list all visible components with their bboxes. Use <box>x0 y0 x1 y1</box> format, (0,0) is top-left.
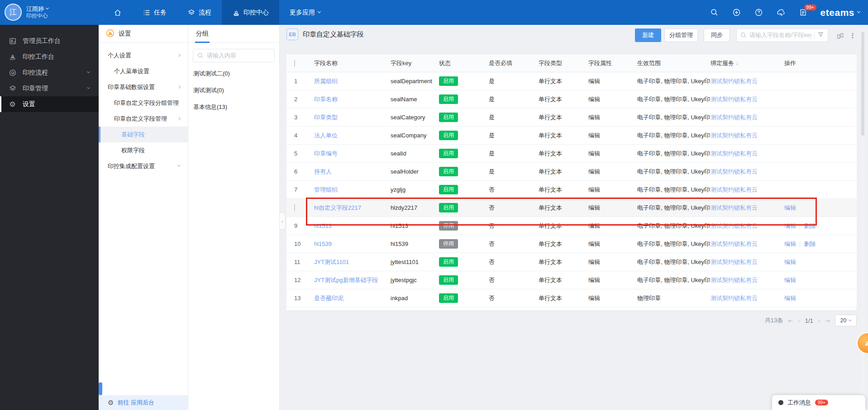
first-page-icon[interactable]: ⇤ <box>788 317 793 324</box>
next-page-icon[interactable]: › <box>818 317 820 324</box>
seal-flow-icon <box>8 68 17 77</box>
nav-item-印控中心[interactable]: 印控中心 <box>222 0 279 25</box>
table-row[interactable]: 10hl1539hl1539停用否单行文本编辑电子印章, 物理印章, Ukey印… <box>286 235 857 253</box>
goto-app-backend[interactable]: ⚙ 前往 应用后台 <box>99 395 188 410</box>
field-name-link[interactable]: 法人单位 <box>314 132 338 139</box>
help-circle-icon[interactable] <box>754 8 764 18</box>
table-row[interactable]: 5印章编号sealId启用是单行文本编辑电子印章, 物理印章, Ukey印章测试… <box>286 145 857 163</box>
edit-link[interactable]: 编辑 <box>784 259 796 265</box>
nav-item-home[interactable] <box>103 0 132 25</box>
select-all-checkbox[interactable] <box>294 60 295 66</box>
service-link[interactable]: 测试契约锁私有云 <box>711 259 758 265</box>
settings-menu-item-印章基础数据设置[interactable]: 印章基础数据设置 <box>99 79 188 95</box>
service-link[interactable]: 测试契约锁私有云 <box>711 204 758 211</box>
service-link[interactable]: 测试契约锁私有云 <box>711 78 758 85</box>
more-actions-icon[interactable]: ⋮ <box>848 31 857 40</box>
field-name-link[interactable]: hl1539 <box>314 240 332 247</box>
nav-item-任务[interactable]: 任务 <box>132 0 177 25</box>
tab-group[interactable]: 分组 <box>196 25 209 43</box>
group-search-input[interactable]: 请输入内容 <box>193 49 275 62</box>
service-link[interactable]: 测试契约锁私有云 <box>711 96 758 103</box>
field-name-link[interactable]: 是否蘸印泥 <box>314 295 343 302</box>
service-link[interactable]: 测试契约锁私有云 <box>711 168 758 175</box>
user-block[interactable]: 江 江雨婷 印控中心 <box>5 4 48 21</box>
table-row[interactable]: 11JYT测试1101jyttest1101启用否单行文本编辑电子印章, 物理印… <box>286 253 857 271</box>
service-link[interactable]: 测试契约锁私有云 <box>711 114 758 121</box>
field-search-input[interactable]: 请输入字段名称/字段key <box>736 28 828 42</box>
table-row[interactable]: 6持有人sealHolder启用是单行文本编辑电子印章, 物理印章, Ukey印… <box>286 163 857 181</box>
delete-link[interactable]: 删除 <box>804 222 816 229</box>
message-doc-icon[interactable]: 99+ <box>798 8 808 18</box>
service-link[interactable]: 测试契约锁私有云 <box>711 295 758 302</box>
field-name-link[interactable]: 印章名称 <box>314 96 338 103</box>
table-row[interactable]: hl自定义字段2217hlzdy2217启用否单行文本编辑电子印章, 物理印章,… <box>286 199 857 217</box>
field-name-link[interactable]: JYT测试1101 <box>314 259 349 265</box>
sidebar-item-印控流程[interactable]: 印控流程 <box>0 65 99 80</box>
group-item-测试测试(0)[interactable]: 测试测试(0) <box>188 82 279 99</box>
avatar[interactable]: 江 <box>5 4 22 21</box>
group-item-测试测试二(0)[interactable]: 测试测试二(0) <box>188 65 279 82</box>
sidebar-item-印控工作台[interactable]: 印控工作台 <box>0 49 99 65</box>
settings-panel-scrollbar[interactable] <box>99 382 102 395</box>
table-row[interactable]: 13是否蘸印泥inkpad启用否单行文本编辑物理印章测试契约锁私有云编辑 <box>286 289 857 307</box>
table-row[interactable]: 7管理组织yzgljg启用否单行文本编辑电子印章, 物理印章, Ukey印章测试… <box>286 181 857 199</box>
last-page-icon[interactable]: ⇥ <box>825 317 830 324</box>
nav-item-更多应用[interactable]: 更多应用 <box>279 0 331 25</box>
type-cell: 单行文本 <box>539 294 588 302</box>
column-settings-icon[interactable] <box>835 31 844 40</box>
settings-menu-item-印控集成配置设置[interactable]: 印控集成配置设置 <box>99 158 188 174</box>
edit-link[interactable]: 编辑 <box>784 240 796 247</box>
settings-menu-item-权限字段[interactable]: 权限字段 <box>99 142 188 158</box>
service-link[interactable]: 测试契约锁私有云 <box>711 222 758 229</box>
nav-item-流程[interactable]: 流程 <box>177 0 222 25</box>
edit-link[interactable]: 编辑 <box>784 295 796 302</box>
field-name-link[interactable]: 印章编号 <box>314 150 338 157</box>
table-row[interactable]: 3印章类型sealCategory启用是单行文本编辑电子印章, 物理印章, Uk… <box>286 108 857 127</box>
search-icon[interactable] <box>710 8 720 18</box>
edit-link[interactable]: 编辑 <box>784 204 796 211</box>
cloud-sync-icon[interactable] <box>776 8 786 18</box>
table-row[interactable]: 12JYT测试pg新增基础字段jyttestpgjc启用否单行文本编辑电子印章,… <box>286 271 857 289</box>
prev-page-icon[interactable]: ‹ <box>798 317 800 324</box>
field-name-link[interactable]: 管理组织 <box>314 186 338 193</box>
service-link[interactable]: 测试契约锁私有云 <box>711 132 758 139</box>
edit-link[interactable]: 编辑 <box>784 277 796 283</box>
sync-button[interactable]: 同步 <box>704 28 730 42</box>
field-name-link[interactable]: 所属组织 <box>314 78 338 85</box>
field-name-link[interactable]: 持有人 <box>314 168 332 175</box>
filter-funnel-icon[interactable] <box>817 31 824 39</box>
brand-logo[interactable]: eteams <box>820 7 860 18</box>
settings-menu-item-个人菜单设置[interactable]: 个人菜单设置 <box>99 63 188 79</box>
settings-menu-item-个人设置[interactable]: 个人设置 <box>99 47 188 63</box>
service-link[interactable]: 测试契约锁私有云 <box>711 186 758 193</box>
work-message-bar[interactable]: 工作消息 99+ <box>772 395 865 410</box>
table-row[interactable]: 1所属组织sealDepartment启用是单行文本编辑电子印章, 物理印章, … <box>286 72 857 90</box>
table-row[interactable]: 2印章名称sealName启用是单行文本编辑电子印章, 物理印章, Ukey印章… <box>286 90 857 108</box>
edit-link[interactable]: 编辑 <box>784 222 796 229</box>
service-link[interactable]: 测试契约锁私有云 <box>711 277 758 283</box>
field-name-link[interactable]: hl自定义字段2217 <box>314 204 361 211</box>
table-row[interactable]: 4法人单位sealCompany启用是单行文本编辑电子印章, 物理印章, Uke… <box>286 127 857 145</box>
sidebar-item-管理员工作台[interactable]: 管理员工作台 <box>0 33 99 49</box>
sort-desc-icon[interactable]: ↓ <box>736 60 739 66</box>
panel-collapse-handle[interactable]: ‹ <box>280 212 286 230</box>
field-name-link[interactable]: hl1513 <box>314 222 332 229</box>
settings-menu-item-印章自定义字段管理[interactable]: 印章自定义字段管理 <box>99 111 188 127</box>
plus-circle-icon[interactable] <box>732 8 742 18</box>
service-link[interactable]: 测试契约锁私有云 <box>711 150 758 157</box>
page-scrollbar-thumb[interactable] <box>861 32 864 136</box>
field-name-link[interactable]: JYT测试pg新增基础字段 <box>314 277 378 283</box>
sidebar-item-印章管理[interactable]: 印章管理 <box>0 80 99 96</box>
field-name-link[interactable]: 印章类型 <box>314 114 338 121</box>
page-size-select[interactable]: 20 <box>835 315 857 326</box>
service-link[interactable]: 测试契约锁私有云 <box>711 240 758 247</box>
settings-menu-item-印章自定义字段分组管理[interactable]: 印章自定义字段分组管理 <box>99 95 188 111</box>
row-checkbox[interactable] <box>294 204 295 211</box>
group-manage-button[interactable]: 分组管理 <box>664 28 698 42</box>
delete-link[interactable]: 删除 <box>804 240 816 247</box>
new-button[interactable]: 新建 <box>635 28 661 42</box>
sidebar-item-设置[interactable]: ⚙设置 <box>0 96 99 112</box>
table-row[interactable]: 9hl1513hl1513停用否单行文本编辑电子印章, 物理印章, Ukey印章… <box>286 217 857 235</box>
group-item-基本信息(13)[interactable]: 基本信息(13) <box>188 99 279 115</box>
settings-menu-item-基础字段[interactable]: 基础字段 <box>99 127 188 142</box>
